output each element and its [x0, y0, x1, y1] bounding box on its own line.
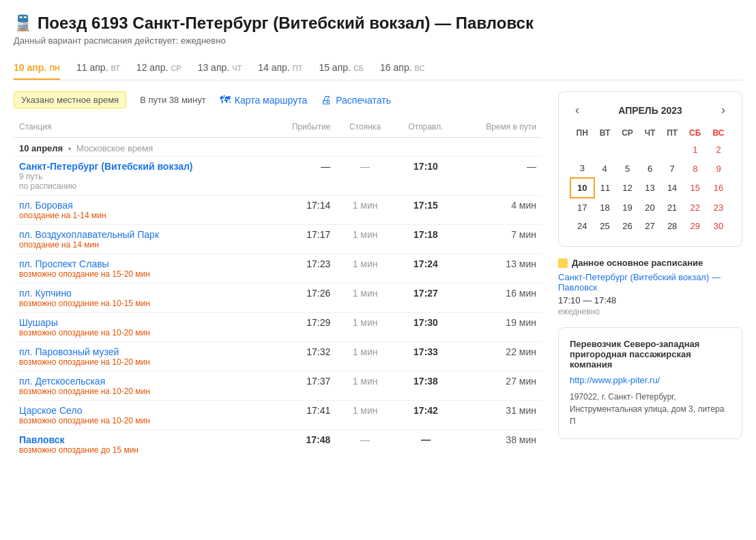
station-name-cell: пл. Детскосельская возможно опоздание на…: [14, 372, 268, 401]
cal-day: [594, 140, 616, 159]
cal-day: [639, 140, 660, 159]
station-sub1: возможно опоздание на 10-20 мин: [19, 387, 263, 396]
station-name-link[interactable]: пл. Боровая: [19, 200, 73, 211]
cal-day: [661, 140, 684, 159]
cal-day[interactable]: 26: [616, 217, 639, 235]
station-name-link[interactable]: пл. Проспект Славы: [19, 258, 109, 269]
station-name-cell: Павловск возможно опоздание до 15 мин: [14, 430, 268, 460]
cal-day[interactable]: 21: [661, 198, 684, 217]
train-title: 🚆 Поезд 6193 Санкт-Петербург (Витебский …: [14, 14, 742, 33]
cal-day[interactable]: 28: [661, 217, 684, 235]
station-name-link[interactable]: пл. Детскосельская: [19, 376, 105, 387]
date-tab-1[interactable]: 11 апр.ВТ: [76, 57, 120, 80]
cal-day[interactable]: 16: [707, 178, 730, 198]
cal-day[interactable]: 23: [707, 198, 730, 217]
cal-day[interactable]: 22: [683, 198, 707, 217]
tab-day: ВТ: [111, 64, 120, 72]
cal-day[interactable]: 7: [661, 159, 684, 178]
date-tab-6[interactable]: 16 апр.ВС: [380, 57, 424, 80]
carrier-link[interactable]: http://www.ppk-piter.ru/: [570, 375, 731, 385]
cal-day[interactable]: 18: [594, 198, 616, 217]
cal-day[interactable]: 12: [616, 178, 639, 198]
cal-day[interactable]: 29: [683, 217, 707, 235]
date-tab-3[interactable]: 13 апр.ЧТ: [198, 57, 242, 80]
cal-day[interactable]: 14: [661, 178, 684, 198]
stop-cell: 1 мин: [336, 196, 394, 225]
cal-day[interactable]: 10: [570, 178, 594, 198]
cal-day[interactable]: 24: [570, 217, 594, 235]
col-station: Станция: [14, 119, 268, 138]
tab-date: 12 апр.: [136, 62, 169, 73]
date-tab-2[interactable]: 12 апр.СР: [136, 57, 181, 80]
cal-day[interactable]: 2: [707, 140, 730, 159]
cal-day[interactable]: 30: [707, 217, 730, 235]
stop-cell: —: [336, 430, 394, 460]
stop-cell: —: [336, 157, 394, 196]
cal-day[interactable]: 25: [594, 217, 616, 235]
cal-day[interactable]: 15: [683, 178, 707, 198]
table-row: Царское Село возможно опоздание на 10-20…: [14, 401, 542, 430]
cal-day[interactable]: 6: [639, 159, 660, 178]
stop-cell: 1 мин: [336, 401, 394, 430]
station-name-link[interactable]: Шушары: [19, 317, 58, 328]
cal-day: [616, 140, 639, 159]
tab-day: СР: [171, 64, 181, 72]
cal-day[interactable]: 5: [616, 159, 639, 178]
date-tabs: 10 апр.ПН11 апр.ВТ12 апр.СР13 апр.ЧТ14 а…: [14, 57, 742, 80]
departure-cell: 17:18: [394, 225, 457, 254]
cal-day[interactable]: 3: [570, 159, 594, 178]
tab-day: ЧТ: [232, 64, 242, 72]
tab-date: 11 апр.: [76, 62, 108, 73]
cal-weekday-пн: ПН: [570, 125, 594, 140]
carrier-address: 197022, г. Санкт- Петербург, Инструмента…: [570, 391, 731, 427]
print-link[interactable]: 🖨 Распечатать: [321, 94, 391, 106]
station-name-cell: пл. Проспект Славы возможно опоздание на…: [14, 254, 268, 284]
cal-day[interactable]: 19: [616, 198, 639, 217]
local-time-badge: Указано местное время: [14, 91, 126, 108]
station-sub2: по расписанию: [19, 181, 263, 191]
cal-day[interactable]: 17: [570, 198, 594, 217]
date-tab-4[interactable]: 14 апр.ПТ: [258, 57, 302, 80]
station-name-link[interactable]: пл. Паровозный музей: [19, 346, 119, 357]
station-name-link[interactable]: Санкт-Петербург (Витебский вокзал): [19, 161, 193, 172]
cal-day[interactable]: 11: [594, 178, 616, 198]
schedule-info-route-link[interactable]: Санкт-Петербург (Витебский вокзал) — Пав…: [558, 272, 742, 292]
station-name-link[interactable]: пл. Купчино: [19, 288, 72, 299]
dot: •: [66, 143, 74, 153]
arrival-cell: 17:17: [268, 225, 336, 254]
tab-date: 10 апр.: [14, 62, 46, 73]
header: 🚆 Поезд 6193 Санкт-Петербург (Витебский …: [14, 14, 742, 46]
map-link[interactable]: 🗺 Карта маршрута: [220, 94, 307, 106]
carrier-title: Перевозчик Северо-западная пригородная п…: [570, 339, 731, 370]
table-row: пл. Детскосельская возможно опоздание на…: [14, 372, 542, 401]
station-name-link[interactable]: Павловск: [19, 434, 65, 445]
station-name-link[interactable]: Царское Село: [19, 405, 83, 416]
cal-day[interactable]: 1: [683, 140, 707, 159]
stop-cell: 1 мин: [336, 225, 394, 254]
stop-cell: 1 мин: [336, 372, 394, 401]
cal-day[interactable]: 13: [639, 178, 660, 198]
travel-cell: 16 мин: [457, 284, 542, 313]
cal-day[interactable]: 4: [594, 159, 616, 178]
station-name-cell: пл. Купчино возможно опоздание на 10-15 …: [14, 284, 268, 313]
next-month-button[interactable]: ›: [716, 103, 731, 117]
schedule-table: Станция Прибытие Стоянка Отправл. Время …: [14, 119, 542, 459]
departure-cell: 17:24: [394, 254, 457, 284]
print-label: Распечатать: [336, 95, 391, 106]
stop-cell: 1 мин: [336, 313, 394, 342]
date-tab-0[interactable]: 10 апр.ПН: [14, 57, 60, 80]
date-tab-5[interactable]: 15 апр.СБ: [319, 57, 364, 80]
prev-month-button[interactable]: ‹: [570, 103, 585, 117]
cal-weekday-сб: СБ: [683, 125, 707, 140]
cal-day[interactable]: 20: [639, 198, 660, 217]
station-name-link[interactable]: пл. Воздухоплавательный Парк: [19, 229, 159, 240]
cal-day[interactable]: 9: [707, 159, 730, 178]
stop-cell: 1 мин: [336, 284, 394, 313]
cal-day[interactable]: 8: [683, 159, 707, 178]
tab-date: 13 апр.: [198, 62, 230, 73]
station-name-cell: пл. Паровозный музей возможно опоздание …: [14, 342, 268, 372]
col-departure: Отправл.: [394, 119, 457, 138]
cal-day[interactable]: 27: [639, 217, 660, 235]
tab-day: ПН: [49, 64, 60, 72]
schedule-note: Данный вариант расписания действует: еже…: [14, 35, 742, 46]
